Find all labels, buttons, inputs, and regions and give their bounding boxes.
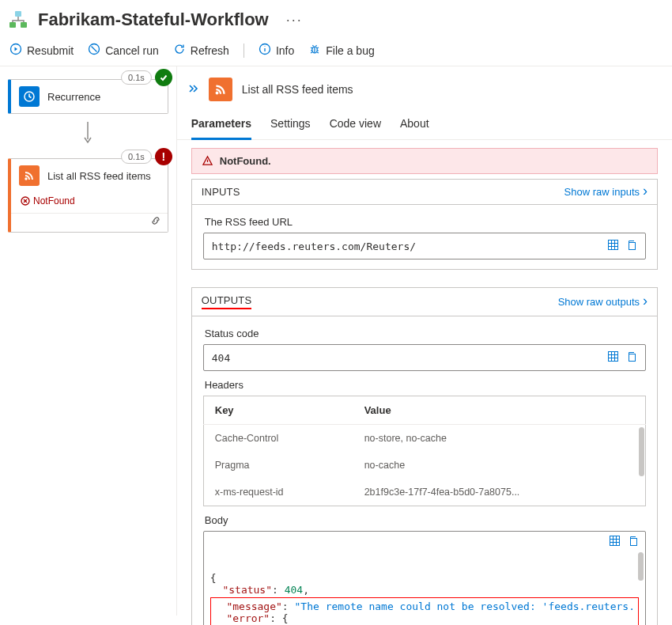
- workflow-canvas: 0.1s Recurrence 0.1s !: [0, 66, 177, 616]
- grid-icon[interactable]: [607, 239, 619, 253]
- info-button[interactable]: Info: [259, 43, 294, 58]
- copy-icon[interactable]: [627, 535, 639, 549]
- scrollbar[interactable]: [638, 552, 644, 581]
- success-icon: [155, 69, 172, 86]
- svg-rect-0: [15, 11, 21, 17]
- alert-banner: NotFound.: [191, 148, 658, 174]
- svg-rect-16: [631, 539, 637, 546]
- highlight-box: "message": "The remote name could not be…: [210, 597, 639, 625]
- node-recurrence[interactable]: 0.1s Recurrence: [8, 79, 168, 114]
- clock-icon: [19, 86, 40, 107]
- col-key: Key: [203, 396, 353, 425]
- svg-rect-14: [629, 354, 636, 362]
- tab-settings[interactable]: Settings: [270, 112, 311, 139]
- show-raw-inputs-link[interactable]: Show raw inputs: [564, 186, 647, 198]
- inputs-section: INPUTS Show raw inputs The RSS feed URL …: [191, 179, 658, 270]
- refresh-icon: [173, 43, 186, 58]
- svg-rect-11: [609, 241, 618, 250]
- info-label: Info: [276, 44, 294, 57]
- svg-rect-2: [21, 22, 27, 28]
- status-code-value: 404: [203, 344, 646, 371]
- svg-rect-15: [610, 536, 620, 546]
- tab-about[interactable]: About: [400, 112, 429, 139]
- node-label: List all RSS feed items: [47, 170, 151, 182]
- more-menu-button[interactable]: ···: [286, 12, 303, 28]
- file-bug-button[interactable]: File a bug: [308, 43, 374, 58]
- copy-icon[interactable]: [625, 239, 637, 253]
- node-label: Recurrence: [47, 91, 100, 103]
- rss-icon: [19, 165, 40, 186]
- time-badge: 0.1s: [121, 150, 152, 164]
- resubmit-icon: [9, 43, 22, 58]
- page-header: Fabrikam-Stateful-Workflow ···: [0, 0, 672, 38]
- separator: [244, 44, 244, 58]
- detail-title: List all RSS feed items: [242, 83, 353, 96]
- headers-label: Headers: [203, 371, 646, 396]
- page-title: Fabrikam-Stateful-Workflow: [38, 9, 269, 30]
- grid-icon[interactable]: [607, 350, 619, 365]
- workflow-icon: [8, 9, 28, 30]
- status-code-label: Status code: [203, 320, 646, 344]
- node-rss[interactable]: 0.1s ! List all RSS feed items NotFound: [8, 158, 168, 233]
- cancel-run-button[interactable]: Cancel run: [88, 43, 159, 58]
- resubmit-label: Resubmit: [27, 44, 74, 57]
- rss-url-label: The RSS feed URL: [203, 208, 646, 233]
- rss-url-value: http://feeds.reuters.com/Reuters/: [203, 233, 646, 259]
- cancel-label: Cancel run: [105, 44, 159, 57]
- table-row: Cache-Controlno-store, no-cache: [203, 425, 645, 453]
- svg-point-10: [215, 92, 218, 95]
- grid-icon[interactable]: [609, 535, 621, 549]
- outputs-section: OUTPUTS Show raw outputs Status code 404: [191, 287, 658, 625]
- collapse-icon[interactable]: [188, 83, 199, 97]
- headers-table: Key Value Cache-Controlno-store, no-cach…: [203, 396, 646, 506]
- tab-parameters[interactable]: Parameters: [191, 112, 251, 140]
- time-badge: 0.1s: [121, 70, 152, 85]
- bug-icon: [308, 43, 321, 58]
- svg-rect-13: [609, 352, 618, 362]
- refresh-label: Refresh: [191, 44, 229, 57]
- table-row: x-ms-request-id2b1f9c3e-17f7-4fea-b5d0-7…: [203, 479, 645, 506]
- show-raw-outputs-link[interactable]: Show raw outputs: [558, 296, 647, 308]
- table-row: Pragmano-cache: [203, 452, 645, 479]
- svg-rect-1: [9, 22, 16, 28]
- cancel-icon: [88, 43, 100, 58]
- inputs-heading: INPUTS: [202, 186, 240, 198]
- node-error-text: NotFound: [11, 192, 168, 213]
- toolbar: Resubmit Cancel run Refresh Info File a …: [0, 38, 672, 66]
- svg-rect-12: [629, 243, 636, 250]
- body-value: { "status": 404, "message": "The remote …: [203, 531, 646, 625]
- error-icon: !: [155, 148, 172, 165]
- detail-panel: List all RSS feed items Parameters Setti…: [177, 66, 672, 616]
- chevron-right-icon: [643, 186, 647, 198]
- rss-icon: [209, 78, 232, 101]
- body-label: Body: [203, 506, 646, 531]
- copy-icon[interactable]: [625, 350, 637, 365]
- link-icon[interactable]: [150, 215, 161, 229]
- info-icon: [259, 43, 271, 58]
- outputs-heading: OUTPUTS: [202, 294, 252, 309]
- svg-point-8: [25, 177, 27, 180]
- scrollbar[interactable]: [639, 427, 644, 476]
- col-value: Value: [353, 396, 646, 425]
- tab-code-view[interactable]: Code view: [330, 112, 381, 139]
- refresh-button[interactable]: Refresh: [173, 43, 229, 58]
- resubmit-button[interactable]: Resubmit: [9, 43, 74, 58]
- chevron-right-icon: [643, 296, 647, 308]
- bug-label: File a bug: [326, 44, 374, 57]
